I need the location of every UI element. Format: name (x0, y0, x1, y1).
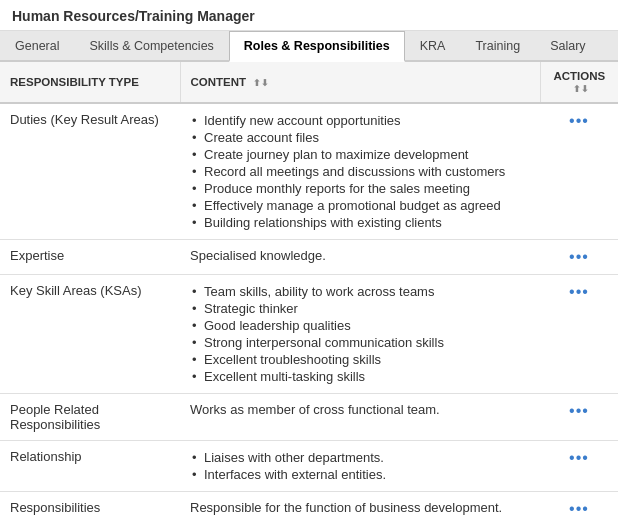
actions-cell[interactable]: ••• (540, 275, 618, 394)
header-content: CONTENT ⬆⬇ (180, 62, 540, 103)
responsibility-content-cell: Identify new account opportunitiesCreate… (180, 103, 540, 240)
responsibility-type-cell: Expertise (0, 240, 180, 275)
list-item: Create journey plan to maximize developm… (190, 146, 530, 163)
content-list: Identify new account opportunitiesCreate… (190, 112, 530, 231)
list-item: Liaises with other departments. (190, 449, 530, 466)
list-item: Identify new account opportunities (190, 112, 530, 129)
list-item: Strategic thinker (190, 300, 530, 317)
content-list: Liaises with other departments.Interface… (190, 449, 530, 483)
main-window: Human Resources/Training Manager General… (0, 0, 618, 521)
actions-cell[interactable]: ••• (540, 240, 618, 275)
table-row: ResponsibilitiesResponsible for the func… (0, 492, 618, 522)
responsibility-type-cell: Responsibilities (0, 492, 180, 522)
table-row: Duties (Key Result Areas)Identify new ac… (0, 103, 618, 240)
content-list: Team skills, ability to work across team… (190, 283, 530, 385)
list-item: Produce monthly reports for the sales me… (190, 180, 530, 197)
table-row: ExpertiseSpecialised knowledge.••• (0, 240, 618, 275)
header-type: RESPONSIBILITY TYPE (0, 62, 180, 103)
responsibility-type-cell: Key Skill Areas (KSAs) (0, 275, 180, 394)
header-actions: ACTIONS ⬆⬇ (540, 62, 618, 103)
table-container: RESPONSIBILITY TYPE CONTENT ⬆⬇ ACTIONS ⬆… (0, 62, 618, 521)
list-item: Team skills, ability to work across team… (190, 283, 530, 300)
responsibility-content-cell: Responsible for the function of business… (180, 492, 540, 522)
responsibility-type-cell: Relationship (0, 441, 180, 492)
list-item: Building relationships with existing cli… (190, 214, 530, 231)
sort-icon-actions: ⬆⬇ (573, 84, 589, 94)
responsibilities-table: RESPONSIBILITY TYPE CONTENT ⬆⬇ ACTIONS ⬆… (0, 62, 618, 521)
list-item: Interfaces with external entities. (190, 466, 530, 483)
table-row: RelationshipLiaises with other departmen… (0, 441, 618, 492)
responsibility-content-cell: Works as member of cross functional team… (180, 394, 540, 441)
tab-general[interactable]: General (0, 31, 74, 60)
tab-roles[interactable]: Roles & Responsibilities (229, 31, 405, 62)
responsibility-content-cell: Liaises with other departments.Interface… (180, 441, 540, 492)
responsibility-type-cell: People Related Responsibilities (0, 394, 180, 441)
responsibility-content-cell: Team skills, ability to work across team… (180, 275, 540, 394)
actions-cell[interactable]: ••• (540, 492, 618, 522)
table-header-row: RESPONSIBILITY TYPE CONTENT ⬆⬇ ACTIONS ⬆… (0, 62, 618, 103)
responsibility-content-cell: Specialised knowledge. (180, 240, 540, 275)
tab-skills[interactable]: Skills & Competencies (74, 31, 228, 60)
list-item: Strong interpersonal communication skill… (190, 334, 530, 351)
list-item: Create account files (190, 129, 530, 146)
tab-salary[interactable]: Salary (535, 31, 600, 60)
tab-bar: General Skills & Competencies Roles & Re… (0, 31, 618, 62)
page-title: Human Resources/Training Manager (0, 0, 618, 31)
actions-cell[interactable]: ••• (540, 441, 618, 492)
list-item: Excellent troubleshooting skills (190, 351, 530, 368)
list-item: Excellent multi-tasking skills (190, 368, 530, 385)
list-item: Record all meetings and discussions with… (190, 163, 530, 180)
actions-cell[interactable]: ••• (540, 394, 618, 441)
table-row: People Related ResponsibilitiesWorks as … (0, 394, 618, 441)
actions-cell[interactable]: ••• (540, 103, 618, 240)
list-item: Good leadership qualities (190, 317, 530, 334)
responsibility-type-cell: Duties (Key Result Areas) (0, 103, 180, 240)
tab-kra[interactable]: KRA (405, 31, 461, 60)
sort-icon-content: ⬆⬇ (253, 78, 269, 88)
list-item: Effectively manage a promotional budget … (190, 197, 530, 214)
table-row: Key Skill Areas (KSAs)Team skills, abili… (0, 275, 618, 394)
tab-training[interactable]: Training (460, 31, 535, 60)
